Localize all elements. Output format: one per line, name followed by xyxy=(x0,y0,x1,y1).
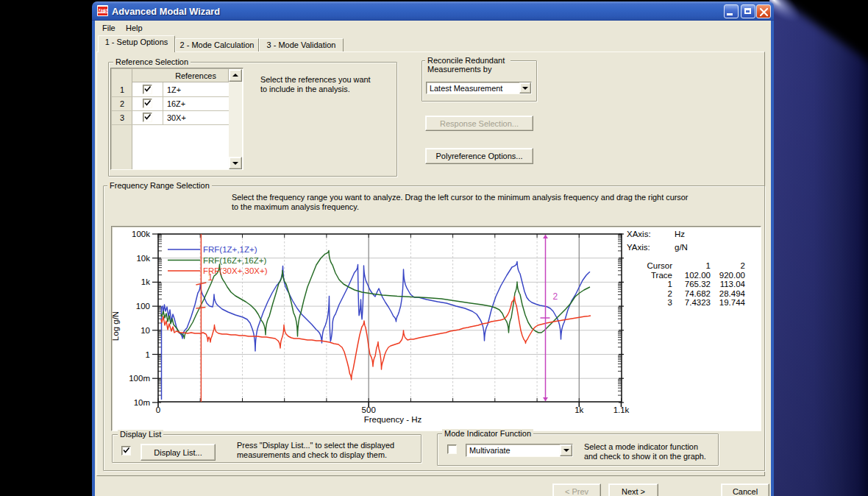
svg-text:1: 1 xyxy=(146,350,150,359)
svg-text:10m: 10m xyxy=(134,398,150,407)
svg-text:102.00: 102.00 xyxy=(685,271,711,280)
svg-text:7.4323: 7.4323 xyxy=(685,298,711,307)
svg-text:Trace: Trace xyxy=(651,271,672,280)
svg-text:2: 2 xyxy=(553,291,558,302)
svg-text:XAxis:: XAxis: xyxy=(627,230,651,238)
svg-text:1: 1 xyxy=(706,261,711,270)
svg-text:10: 10 xyxy=(140,326,150,335)
svg-text:FRF(16Z+,16Z+): FRF(16Z+,16Z+) xyxy=(203,256,266,265)
svg-text:0: 0 xyxy=(156,405,160,414)
svg-text:Frequency - Hz: Frequency - Hz xyxy=(364,415,422,424)
svg-text:1k: 1k xyxy=(574,405,583,414)
svg-text:g/N: g/N xyxy=(675,243,688,252)
svg-text:1: 1 xyxy=(668,280,672,288)
svg-text:Hz: Hz xyxy=(675,230,685,238)
svg-text:FRF(30X+,30X+): FRF(30X+,30X+) xyxy=(203,266,268,275)
svg-text:Log g/N: Log g/N xyxy=(111,311,120,341)
svg-text:Cursor: Cursor xyxy=(647,261,672,270)
svg-text:1.1k: 1.1k xyxy=(613,405,630,414)
svg-text:920.00: 920.00 xyxy=(719,271,745,280)
svg-text:100k: 100k xyxy=(132,230,150,238)
svg-text:10k: 10k xyxy=(136,254,150,263)
svg-text:2: 2 xyxy=(668,289,672,298)
svg-text:1k: 1k xyxy=(141,277,150,286)
svg-text:YAxis:: YAxis: xyxy=(627,243,650,252)
svg-text:3: 3 xyxy=(668,298,672,307)
svg-text:113.04: 113.04 xyxy=(720,280,746,288)
svg-text:500: 500 xyxy=(362,405,376,414)
svg-text:100: 100 xyxy=(136,302,150,311)
svg-text:FRF(1Z+,1Z+): FRF(1Z+,1Z+) xyxy=(203,245,257,254)
svg-text:19.744: 19.744 xyxy=(719,298,746,307)
svg-text:765.32: 765.32 xyxy=(685,280,711,288)
svg-text:2: 2 xyxy=(741,261,745,270)
svg-text:74.682: 74.682 xyxy=(685,289,711,298)
svg-text:100m: 100m xyxy=(129,374,150,383)
svg-text:28.494: 28.494 xyxy=(719,289,746,298)
